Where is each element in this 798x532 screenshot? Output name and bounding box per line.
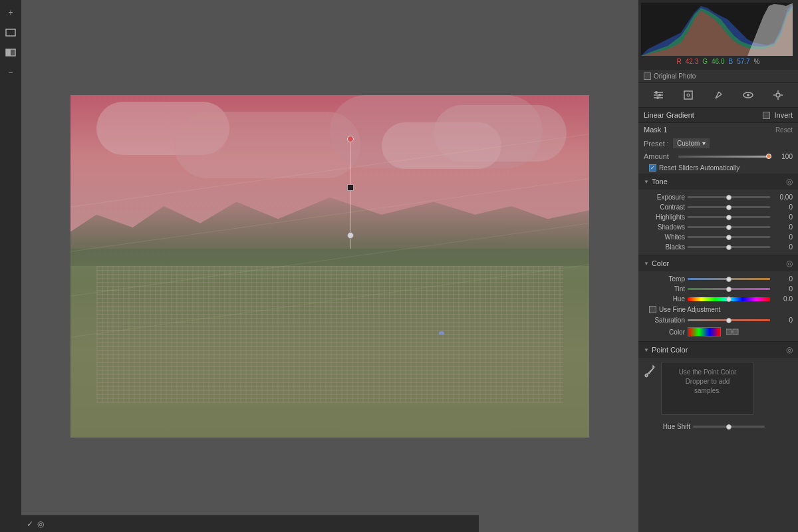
left-toolbar: + − (0, 0, 21, 532)
tint-slider[interactable] (688, 288, 770, 290)
tool-icons-row (638, 83, 798, 108)
saturation-label: Saturation (644, 317, 685, 324)
hist-percent: % (754, 58, 760, 65)
blacks-slider[interactable] (688, 246, 770, 248)
preset-dropdown[interactable]: Custom ▾ (673, 138, 710, 148)
reset-label[interactable]: Reset (775, 126, 793, 134)
photo-container (70, 95, 589, 438)
hist-g-value: 46.0 (712, 58, 724, 65)
hue-value: 0.0 (773, 295, 793, 303)
shadows-slider[interactable] (688, 226, 770, 228)
gear-tool-icon[interactable] (770, 87, 786, 103)
canvas-area: ✓ ◎ (21, 0, 638, 532)
preset-row: Preset : Custom ▾ (638, 136, 798, 150)
color-section-title[interactable]: ▼ Color ◎ (638, 255, 798, 271)
svg-rect-22 (726, 329, 732, 334)
exposure-label: Exposure (644, 194, 685, 201)
hist-r-label: R (677, 58, 682, 65)
fine-adj-label: Use Fine Adjustment (659, 306, 720, 313)
minus-button[interactable]: − (2, 64, 19, 81)
hue-shift-slider[interactable] (693, 426, 765, 428)
color-label: Color (652, 259, 669, 267)
add-button[interactable]: + (2, 4, 19, 21)
shadows-label: Shadows (644, 223, 685, 231)
tint-label: Tint (644, 285, 685, 293)
check-icon[interactable]: ✓ (27, 519, 33, 529)
point-color-label: Point Color (652, 346, 688, 354)
exposure-slider[interactable] (688, 196, 770, 198)
rect-tool-button[interactable] (2, 24, 19, 41)
point-color-hint: Use the Point Color Dropper to add sampl… (662, 362, 753, 401)
temp-slider[interactable] (688, 278, 770, 280)
point-color-section: ▼ Point Color ◎ Use the Point Color Drop… (638, 342, 798, 434)
tone-section-title[interactable]: ▼ Tone ◎ (638, 174, 798, 190)
tint-value: 0 (773, 285, 793, 293)
tone-collapse-icon: ▼ (644, 179, 649, 185)
whites-row: Whites 0 (638, 232, 798, 242)
tone-eye-icon[interactable]: ◎ (786, 177, 793, 186)
saturation-slider[interactable] (688, 319, 770, 321)
hue-row: Hue 0.0 (638, 294, 798, 304)
color-swatch-label: Color (644, 329, 685, 336)
color-eye-icon[interactable]: ◎ (786, 259, 793, 268)
reset-sliders-label: Reset Sliders Automatically (659, 164, 739, 172)
gradient-center-point[interactable] (347, 184, 354, 191)
crop-tool-icon[interactable] (680, 87, 696, 103)
contrast-slider[interactable] (688, 206, 770, 208)
temp-label: Temp (644, 275, 685, 283)
fine-adj-checkbox[interactable] (649, 306, 656, 313)
hue-slider[interactable] (688, 297, 770, 301)
tone-content: Exposure 0.00 Contrast 0 Highlight (638, 190, 798, 255)
svg-point-11 (687, 94, 690, 96)
brush-tool-icon[interactable] (710, 87, 726, 103)
point-color-title-row[interactable]: ▼ Point Color ◎ (638, 342, 798, 358)
color-content: Temp 0 Tint 0 Hue (638, 271, 798, 341)
sample-preview: Use the Point Color Dropper to add sampl… (661, 362, 754, 415)
dropper-area: Use the Point Color Dropper to add sampl… (638, 358, 798, 419)
hist-r-value: 42.3 (686, 58, 698, 65)
whites-label: Whites (644, 233, 685, 241)
original-photo-label: Original Photo (654, 72, 696, 80)
sliders-tool-icon[interactable] (650, 87, 666, 103)
color-swatch[interactable] (688, 327, 721, 336)
reset-sliders-checkbox[interactable]: ✓ (649, 164, 656, 172)
dropper-tool-icon[interactable] (644, 364, 657, 383)
color-section: ▼ Color ◎ Temp 0 Tint (638, 255, 798, 342)
invert-checkbox[interactable] (763, 112, 770, 119)
highlights-slider[interactable] (688, 216, 770, 218)
circle-icon[interactable]: ◎ (37, 519, 44, 529)
shadows-row: Shadows 0 (638, 222, 798, 232)
amount-slider[interactable] (678, 156, 771, 158)
gradient-bottom-point[interactable] (347, 232, 354, 239)
svg-point-17 (776, 93, 780, 97)
point-color-collapse-icon: ▼ (644, 347, 649, 353)
right-panel: R 42.3 G 46.0 B 57.7 % Original Photo (638, 0, 798, 532)
original-photo-row: Original Photo (638, 70, 798, 83)
hue-shift-row: Hue Shift (644, 422, 793, 432)
preset-label: Preset : (644, 140, 669, 148)
color-swatch-icon[interactable] (726, 328, 739, 336)
histogram-canvas (641, 3, 793, 56)
photo-image (70, 95, 589, 438)
gradient-header: Linear Gradient Invert (638, 108, 798, 123)
tone-section: ▼ Tone ◎ Exposure 0.00 Contrast (638, 174, 798, 255)
gradient-top-point[interactable] (347, 136, 354, 142)
whites-slider[interactable] (688, 236, 770, 238)
eye-tool-icon[interactable] (740, 87, 756, 103)
mask-label: Mask 1 (644, 126, 667, 134)
amount-label: Amount (644, 152, 676, 160)
mask-row: Mask 1 Reset (638, 123, 798, 136)
highlights-value: 0 (773, 213, 793, 221)
contrast-value: 0 (773, 203, 793, 211)
contrast-label: Contrast (644, 203, 685, 211)
hist-b-label: B (728, 58, 733, 65)
gradient-type-label: Linear Gradient (644, 111, 694, 119)
paraglider (439, 331, 444, 334)
original-photo-checkbox[interactable] (644, 72, 651, 80)
shadows-value: 0 (773, 223, 793, 231)
exposure-value: 0.00 (773, 194, 793, 201)
svg-rect-10 (684, 91, 692, 99)
temp-value: 0 (773, 275, 793, 283)
point-color-eye-icon[interactable]: ◎ (786, 345, 793, 354)
mask-tool-button[interactable] (2, 44, 19, 61)
